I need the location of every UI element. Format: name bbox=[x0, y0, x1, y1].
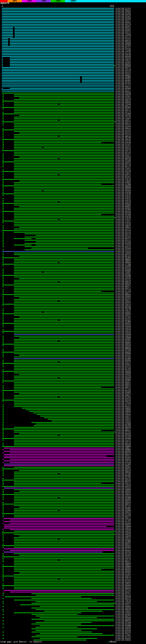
hit-bar[interactable] bbox=[2, 203, 114, 204]
hit-bar[interactable] bbox=[2, 502, 4, 503]
hit-bar[interactable] bbox=[14, 537, 114, 538]
hit-bar[interactable] bbox=[2, 250, 4, 250]
hit-bar[interactable] bbox=[36, 609, 114, 610]
hit-bar[interactable] bbox=[14, 489, 114, 490]
hit-bar[interactable] bbox=[2, 40, 8, 41]
hit-bar[interactable] bbox=[2, 123, 4, 124]
hit-bar[interactable] bbox=[2, 510, 4, 511]
hit-bar[interactable] bbox=[2, 418, 4, 418]
hit-bar[interactable] bbox=[2, 80, 80, 81]
hit-bar[interactable] bbox=[2, 99, 4, 100]
hit-bar[interactable] bbox=[2, 632, 4, 632]
hit-bar[interactable] bbox=[14, 102, 114, 103]
hit-bar[interactable] bbox=[2, 208, 4, 208]
hit-bar[interactable] bbox=[14, 154, 114, 154]
hit-bar[interactable] bbox=[2, 30, 13, 31]
hit-bar[interactable] bbox=[14, 444, 114, 445]
hit-bar[interactable] bbox=[2, 571, 4, 572]
hit-bar[interactable] bbox=[14, 370, 114, 370]
hit-bar[interactable] bbox=[14, 269, 114, 269]
hit-bar[interactable] bbox=[14, 539, 58, 540]
hit-bar[interactable] bbox=[14, 163, 114, 164]
hit-bar[interactable] bbox=[14, 364, 114, 365]
hit-bar[interactable] bbox=[2, 186, 114, 186]
hit-bar[interactable] bbox=[14, 612, 81, 613]
hit-bar[interactable] bbox=[2, 523, 4, 524]
hit-bar[interactable] bbox=[14, 366, 114, 367]
hit-bar[interactable] bbox=[2, 459, 4, 460]
hit-bar[interactable] bbox=[31, 619, 114, 620]
hit-bar[interactable] bbox=[2, 579, 4, 580]
hit-bar[interactable] bbox=[14, 192, 114, 192]
hit-bar[interactable] bbox=[36, 242, 114, 242]
hit-bar[interactable] bbox=[2, 620, 4, 621]
hit-bar[interactable] bbox=[14, 307, 114, 308]
hit-bar[interactable] bbox=[52, 420, 114, 421]
hit-bar[interactable] bbox=[2, 489, 4, 490]
hit-bar[interactable] bbox=[4, 448, 114, 448]
hit-bar[interactable] bbox=[2, 22, 114, 23]
hit-bar[interactable] bbox=[4, 521, 114, 522]
hit-bar[interactable] bbox=[60, 202, 114, 202]
hit-bar[interactable] bbox=[20, 604, 114, 605]
hit-bar[interactable] bbox=[4, 524, 114, 525]
hit-bar[interactable] bbox=[2, 174, 4, 175]
hit-bar[interactable] bbox=[40, 638, 97, 639]
hit-bar[interactable] bbox=[14, 472, 114, 472]
hit-bar[interactable] bbox=[2, 109, 4, 110]
hit-bar[interactable] bbox=[40, 416, 114, 416]
hit-bar[interactable] bbox=[2, 194, 114, 194]
hit-bar[interactable] bbox=[2, 587, 4, 588]
hit-bar[interactable] bbox=[2, 254, 4, 255]
hit-bar[interactable] bbox=[14, 283, 114, 284]
hit-bar[interactable] bbox=[2, 82, 80, 82]
hit-bar[interactable] bbox=[14, 222, 114, 223]
hit-bar[interactable] bbox=[2, 165, 4, 166]
hit-bar[interactable] bbox=[2, 354, 4, 354]
hit-bar[interactable] bbox=[14, 481, 114, 482]
hit-bar[interactable] bbox=[2, 78, 80, 79]
hit-bar[interactable] bbox=[2, 245, 4, 245]
hit-bar[interactable] bbox=[19, 133, 114, 134]
hit-bar[interactable] bbox=[2, 162, 114, 162]
hit-bar[interactable] bbox=[2, 496, 4, 496]
hit-bar[interactable] bbox=[2, 318, 4, 319]
hit-bar[interactable] bbox=[2, 176, 4, 176]
hit-bar[interactable] bbox=[2, 179, 114, 180]
hit-bar[interactable] bbox=[2, 246, 4, 247]
hit-bar[interactable] bbox=[2, 94, 4, 95]
hit-bar[interactable] bbox=[2, 370, 4, 370]
hit-bar[interactable] bbox=[4, 465, 114, 466]
hit-bar[interactable] bbox=[14, 306, 114, 306]
hit-bar[interactable] bbox=[14, 542, 114, 543]
hit-bar[interactable] bbox=[2, 512, 4, 512]
hit-bar[interactable] bbox=[10, 40, 114, 41]
hit-bar[interactable] bbox=[2, 50, 114, 50]
hit-bar[interactable] bbox=[25, 246, 114, 247]
hit-bar[interactable] bbox=[2, 112, 4, 113]
hit-bar[interactable] bbox=[2, 344, 114, 344]
hit-bar[interactable] bbox=[2, 16, 114, 17]
hit-bar[interactable] bbox=[82, 82, 114, 82]
hit-bar[interactable] bbox=[14, 126, 114, 127]
hit-bar[interactable] bbox=[14, 392, 114, 392]
hit-bar[interactable] bbox=[36, 595, 114, 596]
hit-bar[interactable] bbox=[10, 592, 114, 592]
hit-bar[interactable] bbox=[14, 396, 58, 397]
hit-bar[interactable] bbox=[2, 61, 3, 62]
hit-bar[interactable] bbox=[60, 473, 114, 474]
hit-bar[interactable] bbox=[14, 358, 114, 359]
hit-bar[interactable] bbox=[44, 147, 114, 148]
hit-bar[interactable] bbox=[14, 277, 114, 277]
hit-bar[interactable] bbox=[60, 104, 114, 105]
hit-bar[interactable] bbox=[2, 195, 4, 196]
hit-bar[interactable] bbox=[4, 460, 114, 461]
hit-bar[interactable] bbox=[2, 402, 4, 402]
hit-bar[interactable] bbox=[14, 288, 114, 288]
hit-bar[interactable] bbox=[14, 182, 114, 183]
hit-bar[interactable] bbox=[2, 237, 4, 237]
hit-bar[interactable] bbox=[14, 210, 114, 210]
hit-bar[interactable] bbox=[2, 242, 4, 242]
hit-bar[interactable] bbox=[14, 588, 114, 589]
hit-bar[interactable] bbox=[2, 139, 114, 140]
